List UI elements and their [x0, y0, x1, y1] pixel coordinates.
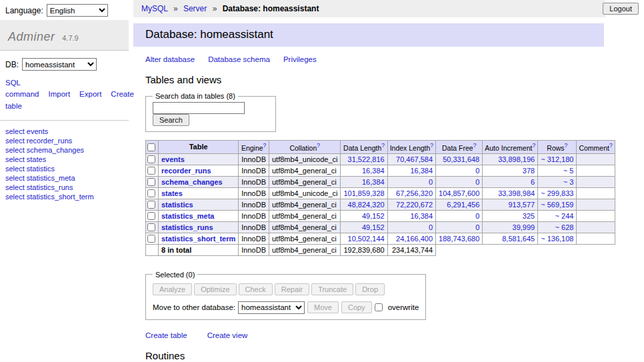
rows-link[interactable]: ~ 628 — [555, 223, 574, 231]
collation-cell: utf8mb4_general_ci — [269, 221, 340, 233]
move-button[interactable]: Move — [307, 301, 339, 313]
table-name-link[interactable]: recorder_runs — [161, 167, 211, 175]
select-states-link[interactable]: select states — [5, 155, 46, 163]
help-link[interactable]: ? — [609, 142, 613, 149]
bulk-truncate-button[interactable]: Truncate — [311, 283, 353, 295]
bulk-check-button[interactable]: Check — [239, 283, 273, 295]
row-checkbox[interactable] — [147, 201, 155, 209]
row-checkbox[interactable] — [147, 155, 155, 163]
select-all-checkbox[interactable] — [147, 143, 155, 151]
index-length-link[interactable]: 16,384 — [410, 212, 433, 220]
index-length-link[interactable]: 0 — [429, 178, 433, 186]
bulk-analyze-button[interactable]: Analyze — [153, 283, 192, 295]
data-free-link[interactable]: 188,743,680 — [439, 235, 479, 243]
index-length-link[interactable]: 16,384 — [410, 167, 433, 175]
privileges-link[interactable]: Privileges — [283, 55, 317, 63]
table-name-link[interactable]: statistics_short_term — [161, 235, 235, 243]
import-link[interactable]: Import — [49, 90, 71, 98]
sql-command-link[interactable]: SQL command — [5, 79, 39, 98]
breadcrumb-server-link[interactable]: Server — [183, 4, 207, 13]
search-input[interactable] — [153, 102, 245, 114]
auto-increment-link[interactable]: 39,999 — [513, 223, 535, 231]
alter-database-link[interactable]: Alter database — [145, 55, 195, 63]
export-link[interactable]: Export — [79, 90, 101, 98]
data-free-link[interactable]: 0 — [475, 167, 479, 175]
index-length-link[interactable]: 24,166,400 — [396, 235, 433, 243]
data-length-link[interactable]: 48,824,320 — [348, 201, 385, 209]
table-name-link[interactable]: states — [161, 189, 183, 197]
index-length-link[interactable]: 67,256,320 — [396, 189, 433, 197]
row-checkbox[interactable] — [147, 223, 155, 231]
data-length-link[interactable]: 10,502,144 — [348, 235, 385, 243]
auto-increment-link[interactable]: 6 — [531, 178, 535, 186]
select-statistics-link[interactable]: select statistics — [5, 165, 55, 173]
search-button[interactable]: Search — [153, 114, 189, 126]
data-free-link[interactable]: 0 — [475, 212, 479, 220]
data-free-link[interactable]: 0 — [475, 223, 479, 231]
table-name-link[interactable]: events — [161, 155, 185, 163]
table-name-link[interactable]: statistics — [161, 201, 193, 209]
main-create-table-link[interactable]: Create table — [145, 331, 187, 339]
data-length-link[interactable]: 16,384 — [362, 178, 385, 186]
row-checkbox[interactable] — [147, 212, 155, 220]
select-recorder-runs-link[interactable]: select recorder_runs — [5, 137, 72, 145]
adminer-logo[interactable]: Adminer — [8, 30, 55, 43]
auto-increment-link[interactable]: 378 — [523, 167, 535, 175]
language-select[interactable]: English — [47, 4, 108, 17]
row-checkbox[interactable] — [147, 178, 155, 186]
help-link[interactable]: ? — [565, 142, 568, 149]
auto-increment-link[interactable]: 325 — [523, 212, 535, 220]
help-link[interactable]: ? — [532, 142, 535, 149]
logout-button[interactable]: Logout — [603, 3, 639, 15]
help-link[interactable]: ? — [473, 142, 477, 149]
select-statistics-short-term-link[interactable]: select statistics_short_term — [5, 193, 94, 201]
data-length-link[interactable]: 16,384 — [362, 167, 385, 175]
select-statistics-meta-link[interactable]: select statistics_meta — [5, 174, 75, 182]
table-name-link[interactable]: schema_changes — [161, 178, 223, 186]
rows-link[interactable]: ~ 569,159 — [541, 201, 573, 209]
rows-link[interactable]: ~ 312,180 — [541, 155, 573, 163]
auto-increment-link[interactable]: 8,581,645 — [502, 235, 535, 243]
main-create-view-link[interactable]: Create view — [207, 331, 248, 339]
table-name-link[interactable]: statistics_runs — [161, 223, 213, 231]
help-link[interactable]: ? — [430, 142, 433, 149]
select-events-link[interactable]: select events — [5, 127, 48, 135]
db-select[interactable]: homeassistant — [22, 58, 97, 71]
bulk-optimize-button[interactable]: Optimize — [194, 283, 236, 295]
help-link[interactable]: ? — [317, 142, 320, 149]
move-db-select[interactable]: homeassistant — [238, 301, 305, 314]
data-length-link[interactable]: 49,152 — [362, 223, 385, 231]
rows-link[interactable]: ~ 3 — [563, 178, 574, 186]
select-schema-changes-link[interactable]: select schema_changes — [5, 146, 84, 154]
breadcrumb-mysql-link[interactable]: MySQL — [141, 4, 168, 13]
bulk-drop-button[interactable]: Drop — [355, 283, 385, 295]
data-length-link[interactable]: 49,152 — [362, 212, 385, 220]
help-link[interactable]: ? — [381, 142, 385, 149]
copy-button[interactable]: Copy — [341, 301, 372, 313]
row-checkbox[interactable] — [147, 189, 155, 197]
database-schema-link[interactable]: Database schema — [208, 55, 270, 63]
data-free-link[interactable]: 50,331,648 — [443, 155, 479, 163]
data-free-link[interactable]: 104,857,600 — [439, 189, 479, 197]
help-link[interactable]: ? — [263, 142, 267, 149]
row-checkbox[interactable] — [147, 167, 155, 175]
auto-increment-link[interactable]: 913,577 — [508, 201, 535, 209]
index-length-link[interactable]: 70,467,584 — [396, 155, 433, 163]
bulk-repair-button[interactable]: Repair — [275, 283, 309, 295]
overwrite-checkbox[interactable] — [375, 303, 383, 311]
rows-link[interactable]: ~ 5 — [563, 167, 574, 175]
rows-link[interactable]: ~ 136,108 — [541, 235, 573, 243]
rows-link[interactable]: ~ 299,833 — [541, 189, 573, 197]
rows-link[interactable]: ~ 244 — [555, 212, 574, 220]
auto-increment-link[interactable]: 33,898,196 — [498, 155, 535, 163]
index-length-link[interactable]: 0 — [429, 223, 433, 231]
data-length-link[interactable]: 31,522,816 — [348, 155, 385, 163]
data-length-link[interactable]: 101,859,328 — [343, 189, 384, 197]
index-length-link[interactable]: 72,220,672 — [396, 201, 433, 209]
data-free-link[interactable]: 0 — [475, 178, 479, 186]
auto-increment-link[interactable]: 33,398,984 — [498, 189, 535, 197]
table-name-link[interactable]: statistics_meta — [161, 212, 215, 220]
data-free-link[interactable]: 6,291,456 — [447, 201, 479, 209]
row-checkbox[interactable] — [147, 235, 155, 243]
select-statistics-runs-link[interactable]: select statistics_runs — [5, 183, 73, 191]
